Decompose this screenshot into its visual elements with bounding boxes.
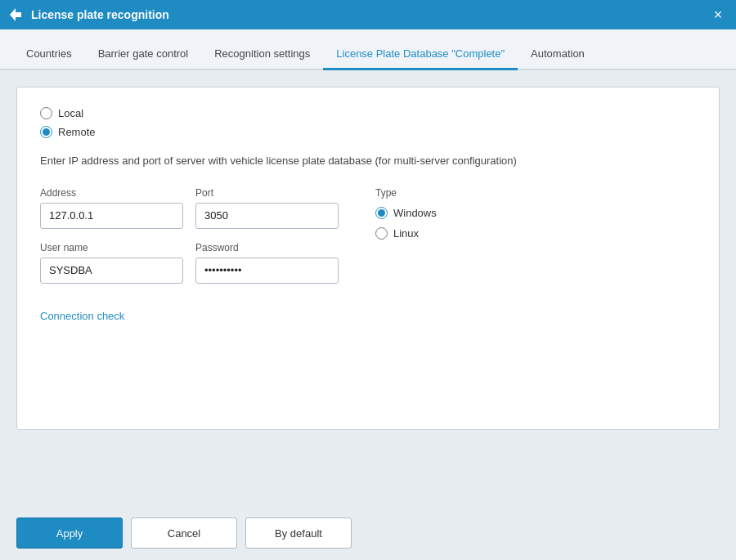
radio-windows-label: Windows <box>393 207 437 219</box>
radio-remote-label: Remote <box>58 126 96 138</box>
tab-automation[interactable]: Automation <box>518 38 598 70</box>
apply-button[interactable]: Apply <box>16 517 123 549</box>
server-type-radio-group: Local Remote <box>40 107 696 138</box>
radio-local-label: Local <box>58 107 83 119</box>
content-area: Local Remote Enter IP address and port o… <box>0 70 736 506</box>
footer: Apply Cancel By default <box>0 506 736 560</box>
radio-local-item[interactable]: Local <box>40 107 696 119</box>
cancel-button[interactable]: Cancel <box>131 517 237 549</box>
settings-panel: Local Remote Enter IP address and port o… <box>16 87 720 430</box>
form-col-left: Address User name <box>40 187 195 297</box>
password-input[interactable] <box>195 258 339 284</box>
password-field-group: Password <box>195 242 351 284</box>
connection-check-link[interactable]: Connection check <box>40 310 124 322</box>
type-radio-group: Windows Linux <box>375 207 696 240</box>
username-field-group: User name <box>40 242 195 284</box>
svg-marker-0 <box>10 8 21 21</box>
radio-linux[interactable] <box>375 227 388 240</box>
titlebar: License plate recognition × <box>0 0 736 29</box>
form-grid: Address User name Port Password <box>40 187 696 297</box>
port-input[interactable] <box>195 203 339 229</box>
port-field-group: Port <box>195 187 351 229</box>
by-default-button[interactable]: By default <box>245 517 352 549</box>
radio-remote-item[interactable]: Remote <box>40 126 696 138</box>
radio-linux-label: Linux <box>393 227 419 240</box>
radio-windows-item[interactable]: Windows <box>375 207 696 219</box>
radio-local[interactable] <box>40 107 52 119</box>
tab-recognition-settings[interactable]: Recognition settings <box>201 38 323 70</box>
username-input[interactable] <box>40 258 183 284</box>
address-input[interactable] <box>40 203 183 229</box>
tab-countries[interactable]: Countries <box>13 38 85 70</box>
address-label: Address <box>40 187 195 199</box>
tab-license-plate-database[interactable]: License Plate Database "Complete" <box>323 38 518 70</box>
form-col-middle: Port Password <box>195 187 351 297</box>
port-label: Port <box>195 187 351 199</box>
tabs-bar: Countries Barrier gate control Recogniti… <box>0 29 736 70</box>
radio-remote[interactable] <box>40 126 52 138</box>
form-col-type: Type Windows Linux <box>375 187 696 297</box>
close-button[interactable]: × <box>707 3 729 26</box>
password-label: Password <box>195 242 351 253</box>
app-icon <box>7 6 25 24</box>
tab-barrier-gate-control[interactable]: Barrier gate control <box>85 38 202 70</box>
address-field-group: Address <box>40 187 195 229</box>
radio-linux-item[interactable]: Linux <box>375 227 696 240</box>
main-window: License plate recognition × Countries Ba… <box>0 0 736 560</box>
type-label: Type <box>375 187 696 199</box>
username-label: User name <box>40 242 195 253</box>
radio-windows[interactable] <box>375 207 388 219</box>
window-title: License plate recognition <box>31 8 707 21</box>
description-text: Enter IP address and port of server with… <box>40 153 696 169</box>
